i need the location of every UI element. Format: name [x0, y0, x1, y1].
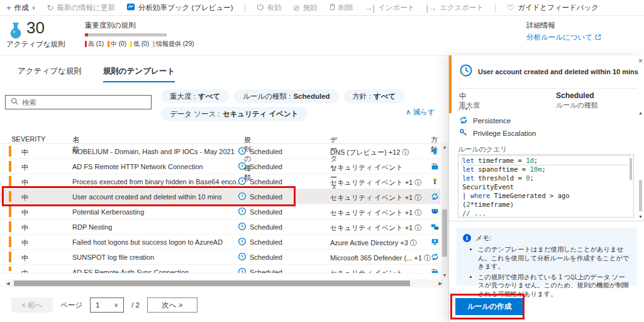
sort-icon: ↑↓: [13, 135, 19, 142]
filter-rule-type[interactable]: ルールの種類 :Scheduled: [234, 89, 338, 103]
workbook-button[interactable]: 分析効率ブック (プレビュー): [126, 3, 233, 13]
collapse-filters-link[interactable]: ∧ 減らす: [406, 108, 435, 117]
severity-bar-medium: [9, 191, 11, 202]
panel-scrollbar[interactable]: ▲ ▼: [638, 111, 643, 219]
power-icon: [257, 3, 264, 12]
refresh-label: 最新の情報に更新: [57, 3, 115, 13]
severity-bar-medium: [9, 146, 11, 157]
scroll-up-icon[interactable]: ▲: [441, 145, 448, 149]
rules-by-severity: 重要度別の規則 高 (1) 中 (0) 低 (0) 情報提供 (29): [85, 21, 211, 48]
note-header: i メモ:: [463, 233, 630, 243]
code-scrollbar-thumb[interactable]: [630, 158, 632, 180]
legend-informational: 情報提供 (29): [153, 40, 194, 48]
about-analytics-rules-link[interactable]: 分析ルールについて: [526, 33, 601, 42]
export-button[interactable]: |→ エクスポート: [426, 3, 484, 13]
scheduled-clock-icon: [238, 177, 247, 187]
table-row[interactable]: 中 AD FS Remote HTTP Network Connection S…: [0, 159, 440, 174]
table-row[interactable]: 中 Process executed from binary hidden in…: [0, 174, 440, 189]
disable-button[interactable]: ⊘ 無効: [293, 3, 318, 13]
rule-template-list: 中 NOBELIUM - Domain, Hash and IP IOCs - …: [0, 144, 440, 274]
refresh-icon: ↻: [47, 4, 53, 12]
rule-query-code[interactable]: let timeframe = 1d;let spanoftime = 10m;…: [458, 154, 634, 218]
scheduled-clock-icon: [238, 162, 247, 172]
tab-active-rules[interactable]: アクティブな規則: [18, 66, 82, 82]
persistence-icon: [431, 253, 439, 262]
legend-chip-low: [130, 41, 132, 47]
table-row[interactable]: 中 RDP Nesting Scheduled セキュリティ イベント +1 ⓘ: [0, 219, 440, 235]
severity-bar-medium: [9, 267, 11, 271]
table-row[interactable]: 中 Failed host logons but success logon t…: [0, 235, 440, 250]
refresh-button[interactable]: ↻ 最新の情報に更新: [47, 3, 114, 13]
scheduled-clock-icon: [238, 207, 247, 217]
collection-icon: [431, 268, 439, 274]
export-label: エクスポート: [440, 3, 484, 13]
privilege-escalation-icon: [459, 128, 468, 138]
collection-icon: [431, 162, 439, 172]
severity-bar-medium: [9, 252, 11, 262]
table-vertical-scrollbar[interactable]: ▲ ▼: [441, 143, 448, 279]
scheduled-clock-icon: [459, 64, 473, 79]
scroll-right-icon[interactable]: ▶: [439, 281, 442, 286]
workbook-label: 分析効率ブック (プレビュー): [138, 3, 233, 13]
page-number-select[interactable]: 1 ∨: [90, 297, 124, 313]
enable-button[interactable]: 有効: [257, 3, 282, 13]
tab-rule-templates[interactable]: 規則のテンプレート: [103, 66, 175, 82]
create-label: 作成: [14, 3, 29, 13]
learn-more-block: 詳細情報 分析ルールについて: [526, 21, 601, 42]
delete-button[interactable]: 削除: [329, 3, 353, 13]
panel-rule-type-value: Scheduled: [556, 91, 594, 100]
filter-data-source[interactable]: データ ソース :セキュリティ イベント: [161, 107, 308, 121]
search-box[interactable]: [5, 95, 152, 109]
next-page-button[interactable]: 次へ >: [147, 297, 197, 313]
scroll-up-icon[interactable]: ▲: [638, 111, 643, 115]
page-label: ページ: [60, 301, 82, 310]
toolbar-separator: [245, 3, 245, 13]
external-link-icon: [595, 34, 601, 42]
panel-title: User account created and deleted within …: [478, 67, 643, 76]
create-rule-button[interactable]: ルールの作成: [455, 298, 523, 315]
legend-chip-medium: [108, 41, 109, 47]
severity-high-segment: [85, 33, 88, 36]
scroll-down-icon[interactable]: ▼: [441, 273, 448, 277]
filter-tactics[interactable]: 方針 :すべて: [344, 89, 405, 103]
delete-label: 削除: [339, 3, 353, 13]
enable-label: 有効: [267, 3, 282, 13]
close-icon[interactable]: ×: [638, 57, 643, 65]
table-row[interactable]: 中 Potential Kerberoasting Scheduled セキュリ…: [0, 204, 440, 219]
tactic-privilege-escalation: Privilege Escalation: [459, 128, 536, 138]
previous-page-button[interactable]: < 前へ: [11, 297, 53, 313]
severity-chart-title: 重要度別の規則: [85, 21, 211, 30]
severity-bar-medium: [9, 176, 11, 187]
filter-severity[interactable]: 重大度 :すべて: [161, 89, 229, 103]
legend-medium: 中 (0): [108, 40, 126, 48]
severity-bar-medium: [9, 221, 11, 232]
table-row-selected[interactable]: 中 User account created and deleted withi…: [0, 189, 440, 204]
view-tabs: アクティブな規則 規則のテンプレート: [18, 66, 175, 82]
import-button[interactable]: →| インポート: [365, 3, 415, 13]
learn-more-title: 詳細情報: [526, 21, 601, 30]
feedback-button[interactable]: ♡ ガイドとフィードバック: [507, 3, 599, 13]
page-total: / 2: [131, 301, 140, 309]
pagination: < 前へ ページ 1 ∨ / 2 次へ >: [11, 297, 197, 313]
divider: [458, 88, 636, 89]
scrollbar-thumb[interactable]: [442, 209, 447, 257]
scrollbar-thumb[interactable]: [639, 180, 642, 211]
table-header: SEVERITY↑↓ 名前↑↓ 規則の種類↑↓ データ ソース 方針: [0, 128, 440, 144]
sort-icon: ↑↓: [74, 135, 80, 142]
table-row[interactable]: 中 SUNSPOT log file creation Scheduled Mi…: [0, 250, 440, 265]
table-horizontal-scrollbar[interactable]: ◀ ▶: [5, 279, 443, 287]
create-button[interactable]: + 作成 ∨: [6, 3, 35, 13]
table-row-clipped[interactable]: 中 AD FS Remote Auth Sync Connection Sche…: [0, 265, 440, 274]
scheduled-clock-icon: [238, 192, 247, 202]
table-row[interactable]: 中 NOBELIUM - Domain, Hash and IP IOCs - …: [0, 144, 440, 159]
scroll-down-icon[interactable]: ▼: [638, 214, 643, 219]
command-bar: + 作成 ∨ ↻ 最新の情報に更新 分析効率ブック (プレビュー) 有効 ⊘ 無…: [0, 0, 644, 16]
import-label: インポート: [378, 3, 415, 13]
feedback-label: ガイドとフィードバック: [518, 3, 599, 13]
scrollbar-thumb[interactable]: [14, 280, 410, 286]
lateral-movement-icon: [431, 223, 439, 232]
search-input[interactable]: [22, 99, 146, 106]
scheduled-clock-icon: [238, 267, 247, 274]
panel-severity-bar-medium: [449, 55, 452, 113]
scroll-left-icon[interactable]: ◀: [6, 281, 9, 286]
